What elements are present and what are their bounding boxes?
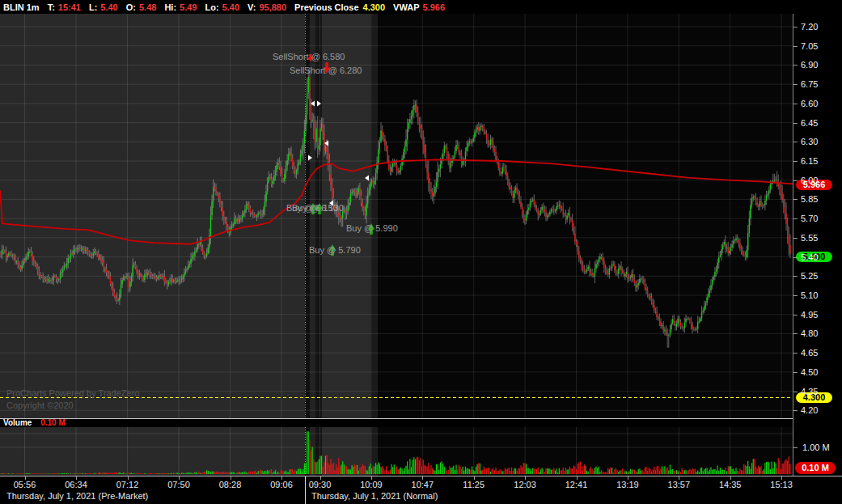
volume-bar <box>39 473 40 474</box>
annotation-sellshort-2: SellShort @ 6.280 <box>290 66 362 75</box>
volume-bar <box>770 469 771 474</box>
volume-bar <box>683 470 683 474</box>
candle-body <box>421 129 422 136</box>
candle-body <box>210 215 211 235</box>
candle-body <box>294 166 294 171</box>
price-axis-label: 5.85 <box>801 194 818 204</box>
candle-body <box>633 274 633 279</box>
volume-chart-canvas[interactable] <box>0 427 793 476</box>
candle-body <box>463 161 463 164</box>
volume-bar <box>490 472 491 474</box>
volume-bar <box>337 468 338 474</box>
candle-body <box>267 182 268 191</box>
candle-body <box>552 210 553 210</box>
candle-body <box>541 207 542 210</box>
candle-body <box>10 253 11 255</box>
candle-body <box>238 219 239 222</box>
candle-body <box>211 201 212 216</box>
volume-current-badge: 0.10 M <box>795 462 836 474</box>
volume-bar <box>281 471 282 474</box>
candle-body <box>131 277 132 282</box>
volume-bar <box>6 473 6 474</box>
candle-body <box>584 269 585 271</box>
volume-bar <box>379 464 380 474</box>
candle-body <box>649 295 649 296</box>
volume-bar <box>404 468 405 474</box>
price-axis-tick <box>793 27 798 28</box>
candle-body <box>386 146 387 150</box>
volume-bar <box>590 467 591 474</box>
annotation-sellshort-1: SellShort @ 6.580 <box>273 52 345 61</box>
candle-body <box>159 275 159 277</box>
volume-bar <box>204 472 205 474</box>
volume-bar <box>99 472 100 474</box>
candle-body <box>643 279 644 282</box>
volume-bar <box>353 467 353 474</box>
volume-bar <box>344 464 345 474</box>
candle-body <box>235 218 236 221</box>
price-axis[interactable]: 5.966 5.400 4.300 1.00 M 0.10 M 7.207.05… <box>793 14 842 476</box>
price-axis-label: 6.30 <box>801 137 818 146</box>
candle-body <box>354 190 355 191</box>
prev-close-value: 4.300 <box>363 2 386 12</box>
candle-body <box>528 208 529 210</box>
candle-body <box>396 165 397 171</box>
volume-bar <box>373 466 374 474</box>
candle-body <box>743 252 743 255</box>
volume-bar <box>434 471 435 474</box>
volume-bar <box>586 471 587 474</box>
candle-body <box>599 256 600 259</box>
candle-body <box>671 324 671 329</box>
volume-bar <box>498 471 499 474</box>
candle-body <box>697 322 698 329</box>
candle-body <box>766 196 767 201</box>
session-background-band <box>0 14 305 418</box>
time-axis[interactable]: Thursday, July 1, 2021 (Pre-Market) Thur… <box>0 476 842 504</box>
candle-body <box>163 277 163 277</box>
volume-bar <box>417 457 418 474</box>
volume-bar <box>162 473 163 474</box>
time-label: T: <box>48 2 55 12</box>
volume-current-value: 0.10 M <box>40 418 66 427</box>
volume-bar <box>380 467 381 474</box>
time-axis-label: 14:35 <box>719 480 742 489</box>
volume-bar <box>446 471 447 474</box>
volume-bar <box>515 468 516 474</box>
candle-body <box>152 276 153 277</box>
volume-bar <box>405 466 406 474</box>
price-chart-canvas[interactable] <box>0 14 793 418</box>
candle-body <box>114 293 115 297</box>
volume-bar <box>352 465 353 474</box>
volume-bar <box>635 471 636 474</box>
volume-bar <box>455 470 455 474</box>
volume-bar <box>148 473 149 474</box>
candle-body <box>482 126 483 129</box>
candle-body <box>281 174 282 180</box>
volume-bar <box>674 471 675 474</box>
volume-bar <box>159 473 159 474</box>
candle-body <box>728 248 729 253</box>
candle-body <box>4 251 5 252</box>
candle-body <box>218 194 219 197</box>
candle-body <box>758 205 759 207</box>
candle-body <box>688 319 689 320</box>
volume-bar <box>146 473 146 474</box>
volume-bar <box>296 471 297 474</box>
volume-bar <box>122 473 123 474</box>
volume-bar <box>653 470 654 474</box>
volume-bar <box>313 460 314 474</box>
volume-bar <box>549 468 550 474</box>
candle-body <box>654 306 654 311</box>
candle-body <box>242 216 243 219</box>
candle-body <box>518 193 518 197</box>
volume-bar <box>294 470 295 474</box>
candle-body <box>20 268 21 269</box>
candle-body <box>308 77 309 92</box>
volume-bar <box>394 464 395 474</box>
candle-body <box>15 257 15 262</box>
volume-bar <box>631 470 632 474</box>
volume-bar <box>74 473 75 474</box>
volume-bar <box>382 466 383 474</box>
volume-bar <box>746 466 747 474</box>
candle-body <box>428 172 429 183</box>
